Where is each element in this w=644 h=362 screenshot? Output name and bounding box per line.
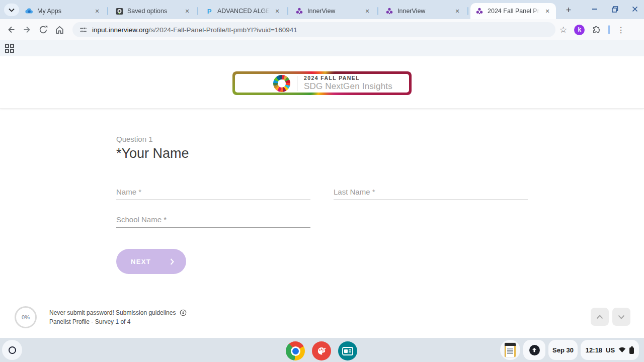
status-tray[interactable]: 12:18 US <box>581 340 639 360</box>
next-button[interactable]: NEXT <box>116 249 186 274</box>
progress-indicator: 0% <box>15 306 37 328</box>
home-button[interactable] <box>51 22 67 38</box>
screencast-app-icon[interactable] <box>338 341 357 360</box>
tab-strip: My Apps ✕ Saved options ✕ P ADVANCED ALG… <box>0 0 644 19</box>
tab-title: Saved options <box>127 8 181 15</box>
arrow-up-icon <box>529 345 540 355</box>
cloud-icon <box>25 7 33 15</box>
tab-title: ADVANCED ALGEBRA <box>217 8 271 15</box>
kami-extension-icon[interactable]: k <box>574 25 585 35</box>
clover-icon <box>385 7 393 15</box>
tab-saved-options[interactable]: Saved options ✕ <box>110 3 196 19</box>
progress-value: 0% <box>22 314 30 320</box>
close-icon[interactable]: ✕ <box>93 7 101 15</box>
close-icon[interactable]: ✕ <box>453 7 461 15</box>
question-number-label: Question 1 <box>116 135 153 143</box>
browser-menu-icon[interactable]: ⋮ <box>617 25 625 35</box>
toolbar-divider <box>608 25 610 34</box>
shelf-date: Sep 30 <box>552 346 574 354</box>
banner-divider <box>297 76 297 91</box>
camera-icon <box>115 7 123 15</box>
chevron-down-icon <box>618 315 625 319</box>
holding-space-preview[interactable] <box>500 340 520 360</box>
survey-page: 2024 FALL PANEL SDG NextGen Insights Que… <box>0 56 644 338</box>
chevron-right-icon <box>170 258 174 265</box>
bookmark-star-icon[interactable]: ☆ <box>559 25 567 35</box>
first-name-input[interactable] <box>116 184 310 200</box>
clover-icon <box>475 7 484 15</box>
chromeos-shelf: Sep 30 12:18 US <box>0 338 644 362</box>
download-guidelines-icon[interactable] <box>180 309 187 316</box>
close-icon[interactable]: ✕ <box>363 7 371 15</box>
close-window-button[interactable] <box>631 5 639 13</box>
p-logo-icon: P <box>205 7 213 15</box>
tab-my-apps[interactable]: My Apps ✕ <box>20 3 106 19</box>
keyboard-layout-label: US <box>606 346 615 354</box>
chevron-down-icon <box>9 8 15 12</box>
chrome-app-icon[interactable] <box>286 341 305 360</box>
minimize-button[interactable] <box>591 5 599 13</box>
tab-title: My Apps <box>37 8 91 15</box>
tab-title: InnerView <box>397 8 451 15</box>
new-tab-button[interactable]: + <box>562 4 575 16</box>
clover-icon <box>295 7 303 15</box>
previous-question-button[interactable] <box>591 308 609 326</box>
tab-title: 2024 Fall Panel Profile <box>488 8 541 15</box>
tab-search-button[interactable] <box>4 4 19 16</box>
close-icon[interactable]: ✕ <box>273 7 281 15</box>
close-icon[interactable]: ✕ <box>183 7 191 15</box>
date-tray[interactable]: Sep 30 <box>548 340 578 360</box>
banner-title: 2024 FALL PANEL <box>304 75 392 81</box>
tab-advanced-algebra[interactable]: P ADVANCED ALGEBRA ✕ <box>200 3 286 19</box>
address-bar[interactable]: input.innerview.org/s/2024-Fall-Panel-Pr… <box>72 22 555 37</box>
question-title: *Your Name <box>116 146 189 161</box>
survey-header: 2024 FALL PANEL SDG NextGen Insights <box>0 56 644 109</box>
forward-button[interactable] <box>19 22 35 38</box>
next-question-button[interactable] <box>612 308 630 326</box>
launcher-button[interactable] <box>2 340 22 360</box>
browser-toolbar: input.innerview.org/s/2024-Fall-Panel-Pr… <box>0 19 644 40</box>
restore-button[interactable] <box>611 5 619 13</box>
survey-progress-text: Panelist Profile - Survey 1 of 4 <box>49 318 130 325</box>
apps-grid-icon[interactable] <box>5 44 15 53</box>
close-icon[interactable]: ✕ <box>543 7 551 15</box>
canvas-app-icon[interactable] <box>312 341 331 360</box>
wifi-icon <box>618 347 626 353</box>
chevron-up-icon <box>596 315 603 319</box>
next-button-label: NEXT <box>131 258 151 265</box>
extensions-puzzle-icon[interactable] <box>592 24 601 36</box>
notice-text: Never submit password! Submission guidel… <box>49 309 176 316</box>
tab-innerview-2[interactable]: InnerView ✕ <box>380 3 466 19</box>
back-button[interactable] <box>3 22 19 38</box>
shelf-time: 12:18 <box>586 346 602 354</box>
tab-innerview-1[interactable]: InnerView ✕ <box>290 3 376 19</box>
battery-icon <box>629 346 634 354</box>
banner-subtitle: SDG NextGen Insights <box>304 81 392 92</box>
sdg-wheel-icon <box>273 75 290 92</box>
reload-button[interactable] <box>35 22 51 38</box>
survey-banner: 2024 FALL PANEL SDG NextGen Insights <box>232 71 412 95</box>
url-path: /s/2024-Fall-Panel-Profile/tt-pmbYI?ivui… <box>149 26 297 34</box>
site-settings-icon[interactable] <box>79 26 87 34</box>
bookmarks-strip <box>0 40 644 56</box>
url-text: input.innerview.org/s/2024-Fall-Panel-Pr… <box>92 26 297 34</box>
last-name-input[interactable] <box>334 184 528 200</box>
screenshot-thumbnail <box>505 343 516 357</box>
launcher-icon <box>9 346 16 354</box>
school-name-input[interactable] <box>116 211 310 228</box>
url-host: input.innerview.org <box>92 26 149 34</box>
password-notice: Never submit password! Submission guidel… <box>49 309 187 316</box>
tab-2024-fall-panel-profile[interactable]: 2024 Fall Panel Profile ✕ <box>470 3 556 19</box>
tab-title: InnerView <box>307 8 361 15</box>
update-tray-button[interactable] <box>523 340 545 360</box>
